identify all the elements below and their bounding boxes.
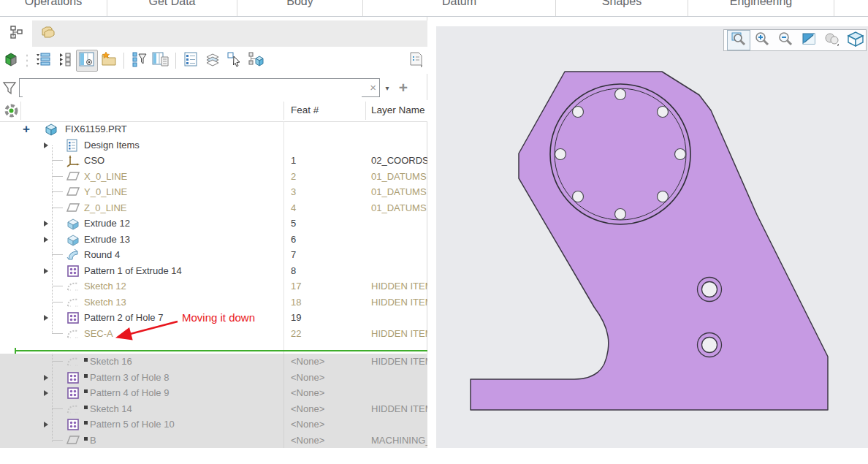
tree-row[interactable]: SEC-A22HIDDEN ITEMS <box>0 326 427 342</box>
feat-number-cell: 22 <box>291 328 360 339</box>
model-tree-below-insert: Sketch 16<None>HIDDEN ITEMSPattern 3 of … <box>0 354 427 448</box>
insert-here-locator[interactable] <box>15 350 427 351</box>
expand-arrow-icon[interactable] <box>44 268 48 274</box>
toolbar-separator <box>123 53 124 69</box>
zoom-in-button[interactable] <box>750 30 774 50</box>
feat-number-cell: <None> <box>291 419 360 430</box>
design-items-list-button[interactable] <box>180 50 202 72</box>
model-tree-panel: × ▾ + Feat # Layer Name +FIX61159.PRTDes… <box>0 17 427 448</box>
part-model[interactable] <box>436 26 868 448</box>
expand-all-button[interactable] <box>32 50 54 72</box>
bodies-tree-button[interactable] <box>245 50 267 72</box>
zoom-region-button[interactable] <box>727 30 750 50</box>
layer-name-cell: 01_DATUMS <box>371 202 427 213</box>
search-input[interactable] <box>23 80 362 97</box>
model-tree-tab[interactable] <box>0 20 32 47</box>
tree-branch-dash <box>52 191 63 192</box>
expand-arrow-icon[interactable] <box>44 315 48 321</box>
tree-row[interactable]: B<None>MACHINING_D <box>0 433 427 449</box>
ribbon-tab-body[interactable]: Body <box>237 0 363 16</box>
tree-root-row[interactable]: +FIX61159.PRT <box>0 121 427 137</box>
tree-row[interactable]: Design Items <box>0 137 427 153</box>
tree-row[interactable]: Z_0_LINE401_DATUMS <box>0 200 427 216</box>
feat-number-cell: <None> <box>291 372 360 383</box>
insert-plus-icon[interactable]: + <box>23 123 30 135</box>
clear-filter-icon[interactable]: × <box>370 81 376 94</box>
regenerate-icon[interactable] <box>4 103 19 121</box>
tree-row[interactable]: Sketch 14<None>HIDDEN ITEMS <box>0 401 427 417</box>
tree-item-label: Pattern 5 of Hole 10 <box>84 419 175 430</box>
sketch-icon <box>66 403 80 417</box>
suppressed-marker <box>84 374 88 378</box>
tree-row[interactable]: Pattern 5 of Hole 10<None> <box>0 417 427 433</box>
add-filter-icon[interactable]: + <box>395 80 412 95</box>
cube-view-button[interactable] <box>844 30 867 50</box>
tree-row-name: Design Items <box>0 137 283 153</box>
folder-star-button[interactable] <box>98 50 120 72</box>
layers-button[interactable] <box>202 50 224 72</box>
tree-row-name: Z_0_LINE <box>0 200 283 216</box>
annotation-text: Moving it down <box>182 311 255 324</box>
tree-row[interactable]: Y_0_LINE301_DATUMS <box>0 184 427 200</box>
ribbon-tab-engineering[interactable]: Engineering <box>688 0 834 16</box>
tree-row[interactable]: Sketch 1217HIDDEN ITEMS <box>0 278 427 294</box>
design-items-icon <box>66 139 78 153</box>
tree-branch-dash <box>52 333 63 334</box>
layers-icon <box>204 51 221 70</box>
ribbon-tab-operations[interactable]: Operations <box>0 0 107 16</box>
expand-arrow-icon[interactable] <box>44 390 48 396</box>
sketch-icon <box>66 280 80 294</box>
app-window: { "ribbon": { "tabs": [ {"label": "Opera… <box>0 0 868 464</box>
column-header-layer[interactable]: Layer Name <box>371 104 425 115</box>
sketch-icon <box>66 296 80 311</box>
tree-row[interactable]: Pattern 3 of Hole 8<None> <box>0 370 427 386</box>
tree-filter-button[interactable] <box>128 50 150 72</box>
tree-row[interactable]: Pattern 4 of Hole 9<None> <box>0 385 427 401</box>
pattern-icon <box>66 265 80 279</box>
extrude-icon <box>66 233 80 248</box>
tree-item-label: Z_0_LINE <box>84 202 127 213</box>
expand-arrow-icon[interactable] <box>44 375 48 381</box>
tree-item-label: X_0_LINE <box>84 171 127 182</box>
expand-arrow-icon[interactable] <box>44 221 48 227</box>
tree-row[interactable]: X_0_LINE201_DATUMS <box>0 169 427 185</box>
tree-row[interactable]: Sketch 16<None>HIDDEN ITEMS <box>0 354 427 370</box>
columns-doc-button[interactable] <box>150 50 172 72</box>
sketch-icon <box>66 327 80 342</box>
tree-item-label: Extrude 13 <box>84 234 130 245</box>
ribbon-tab-label: Datum <box>442 0 476 16</box>
tree-row[interactable]: CSO102_COORDSYS <box>0 153 427 169</box>
expand-all-icon <box>35 51 51 70</box>
filter-row: × ▾ + <box>0 75 427 100</box>
expand-arrow-icon[interactable] <box>44 422 48 427</box>
tree-row[interactable]: Round 47 <box>0 247 427 263</box>
ribbon-tab-get-data[interactable]: Get Data <box>107 0 237 16</box>
layer-name-cell: MACHINING_D <box>371 435 427 446</box>
settings-doc-button[interactable] <box>406 50 427 72</box>
filter-input-box[interactable]: × <box>19 78 380 97</box>
expand-arrow-icon[interactable] <box>44 237 48 243</box>
repaint-button[interactable] <box>797 30 821 50</box>
zoom-out-button[interactable] <box>774 30 797 50</box>
ribbon-tab-shapes[interactable]: Shapes <box>556 0 688 16</box>
folder-browser-tab[interactable] <box>34 20 63 47</box>
column-header-feat[interactable]: Feat # <box>291 104 319 115</box>
select-pick-button[interactable] <box>224 50 245 72</box>
tree-branch-dash <box>52 302 63 303</box>
collapse-all-button[interactable] <box>54 50 76 72</box>
tree-row[interactable]: Extrude 136 <box>0 232 427 248</box>
ribbon-tab-datum[interactable]: Datum <box>363 0 556 16</box>
tree-row-name: B <box>0 433 283 449</box>
tree-row[interactable]: Extrude 125 <box>0 216 427 232</box>
show-columns-button[interactable] <box>76 50 98 72</box>
tree-row[interactable]: Sketch 1318HIDDEN ITEMS <box>0 294 427 311</box>
datum-plane-icon <box>66 186 80 200</box>
graphics-area[interactable] <box>436 26 868 448</box>
expand-arrow-icon[interactable] <box>44 142 48 148</box>
filter-dropdown-icon[interactable]: ▾ <box>380 84 395 92</box>
tree-row-name: CSO <box>0 153 283 169</box>
tree-row[interactable]: Pattern 1 of Extrude 148 <box>0 263 427 279</box>
shaded-view-button[interactable] <box>821 30 844 50</box>
feat-number-cell: <None> <box>291 356 360 367</box>
part-filter-cube-button[interactable] <box>0 50 22 72</box>
